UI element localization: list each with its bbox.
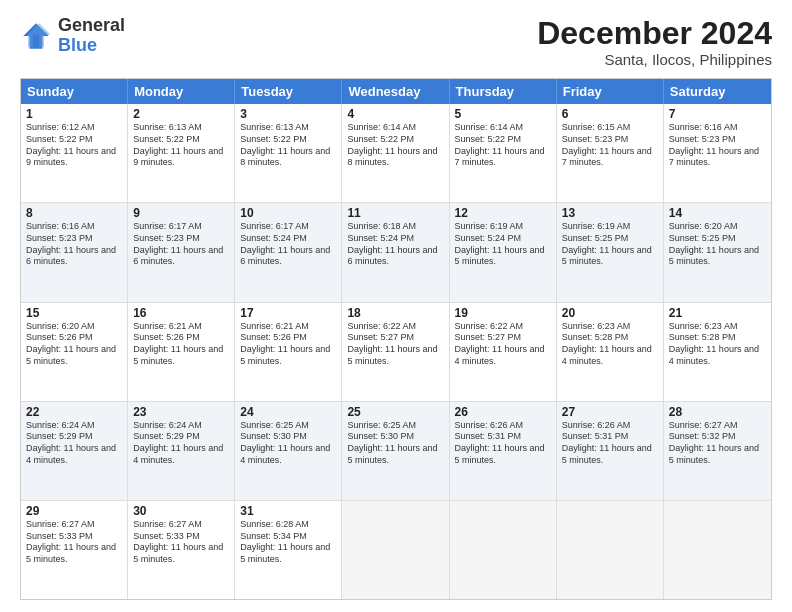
day-info: Sunrise: 6:22 AMSunset: 5:27 PMDaylight:… bbox=[455, 321, 551, 368]
day-info: Sunrise: 6:14 AMSunset: 5:22 PMDaylight:… bbox=[455, 122, 551, 169]
header-cell-tuesday: Tuesday bbox=[235, 79, 342, 104]
day-number: 28 bbox=[669, 405, 766, 419]
day-info: Sunrise: 6:16 AMSunset: 5:23 PMDaylight:… bbox=[669, 122, 766, 169]
calendar-cell-4-2: 31Sunrise: 6:28 AMSunset: 5:34 PMDayligh… bbox=[235, 501, 342, 599]
calendar-cell-0-3: 4Sunrise: 6:14 AMSunset: 5:22 PMDaylight… bbox=[342, 104, 449, 202]
calendar-cell-1-6: 14Sunrise: 6:20 AMSunset: 5:25 PMDayligh… bbox=[664, 203, 771, 301]
day-number: 20 bbox=[562, 306, 658, 320]
calendar-cell-4-0: 29Sunrise: 6:27 AMSunset: 5:33 PMDayligh… bbox=[21, 501, 128, 599]
day-number: 11 bbox=[347, 206, 443, 220]
day-info: Sunrise: 6:27 AMSunset: 5:33 PMDaylight:… bbox=[133, 519, 229, 566]
calendar: SundayMondayTuesdayWednesdayThursdayFrid… bbox=[20, 78, 772, 600]
calendar-row-3: 22Sunrise: 6:24 AMSunset: 5:29 PMDayligh… bbox=[21, 401, 771, 500]
calendar-cell-1-2: 10Sunrise: 6:17 AMSunset: 5:24 PMDayligh… bbox=[235, 203, 342, 301]
day-info: Sunrise: 6:12 AMSunset: 5:22 PMDaylight:… bbox=[26, 122, 122, 169]
day-number: 16 bbox=[133, 306, 229, 320]
day-info: Sunrise: 6:24 AMSunset: 5:29 PMDaylight:… bbox=[133, 420, 229, 467]
day-number: 14 bbox=[669, 206, 766, 220]
day-info: Sunrise: 6:21 AMSunset: 5:26 PMDaylight:… bbox=[133, 321, 229, 368]
header-cell-wednesday: Wednesday bbox=[342, 79, 449, 104]
calendar-cell-2-1: 16Sunrise: 6:21 AMSunset: 5:26 PMDayligh… bbox=[128, 303, 235, 401]
day-number: 22 bbox=[26, 405, 122, 419]
day-info: Sunrise: 6:20 AMSunset: 5:26 PMDaylight:… bbox=[26, 321, 122, 368]
calendar-cell-4-1: 30Sunrise: 6:27 AMSunset: 5:33 PMDayligh… bbox=[128, 501, 235, 599]
day-info: Sunrise: 6:17 AMSunset: 5:23 PMDaylight:… bbox=[133, 221, 229, 268]
day-number: 5 bbox=[455, 107, 551, 121]
location-title: Santa, Ilocos, Philippines bbox=[537, 51, 772, 68]
day-number: 21 bbox=[669, 306, 766, 320]
calendar-cell-2-4: 19Sunrise: 6:22 AMSunset: 5:27 PMDayligh… bbox=[450, 303, 557, 401]
calendar-row-1: 8Sunrise: 6:16 AMSunset: 5:23 PMDaylight… bbox=[21, 202, 771, 301]
calendar-cell-3-6: 28Sunrise: 6:27 AMSunset: 5:32 PMDayligh… bbox=[664, 402, 771, 500]
calendar-row-0: 1Sunrise: 6:12 AMSunset: 5:22 PMDaylight… bbox=[21, 104, 771, 202]
calendar-cell-0-2: 3Sunrise: 6:13 AMSunset: 5:22 PMDaylight… bbox=[235, 104, 342, 202]
day-info: Sunrise: 6:19 AMSunset: 5:24 PMDaylight:… bbox=[455, 221, 551, 268]
logo: General Blue bbox=[20, 16, 125, 56]
logo-general-text: General bbox=[58, 16, 125, 36]
calendar-cell-0-0: 1Sunrise: 6:12 AMSunset: 5:22 PMDaylight… bbox=[21, 104, 128, 202]
day-number: 18 bbox=[347, 306, 443, 320]
calendar-cell-0-4: 5Sunrise: 6:14 AMSunset: 5:22 PMDaylight… bbox=[450, 104, 557, 202]
logo-blue-text: Blue bbox=[58, 36, 125, 56]
calendar-cell-1-5: 13Sunrise: 6:19 AMSunset: 5:25 PMDayligh… bbox=[557, 203, 664, 301]
day-number: 24 bbox=[240, 405, 336, 419]
day-info: Sunrise: 6:17 AMSunset: 5:24 PMDaylight:… bbox=[240, 221, 336, 268]
calendar-cell-0-6: 7Sunrise: 6:16 AMSunset: 5:23 PMDaylight… bbox=[664, 104, 771, 202]
day-info: Sunrise: 6:26 AMSunset: 5:31 PMDaylight:… bbox=[562, 420, 658, 467]
day-info: Sunrise: 6:13 AMSunset: 5:22 PMDaylight:… bbox=[240, 122, 336, 169]
calendar-cell-2-0: 15Sunrise: 6:20 AMSunset: 5:26 PMDayligh… bbox=[21, 303, 128, 401]
day-number: 10 bbox=[240, 206, 336, 220]
day-number: 1 bbox=[26, 107, 122, 121]
day-number: 23 bbox=[133, 405, 229, 419]
day-number: 31 bbox=[240, 504, 336, 518]
title-block: December 2024 Santa, Ilocos, Philippines bbox=[537, 16, 772, 68]
day-info: Sunrise: 6:28 AMSunset: 5:34 PMDaylight:… bbox=[240, 519, 336, 566]
day-info: Sunrise: 6:21 AMSunset: 5:26 PMDaylight:… bbox=[240, 321, 336, 368]
calendar-cell-3-0: 22Sunrise: 6:24 AMSunset: 5:29 PMDayligh… bbox=[21, 402, 128, 500]
day-info: Sunrise: 6:15 AMSunset: 5:23 PMDaylight:… bbox=[562, 122, 658, 169]
day-info: Sunrise: 6:14 AMSunset: 5:22 PMDaylight:… bbox=[347, 122, 443, 169]
header-cell-sunday: Sunday bbox=[21, 79, 128, 104]
calendar-cell-1-3: 11Sunrise: 6:18 AMSunset: 5:24 PMDayligh… bbox=[342, 203, 449, 301]
day-number: 12 bbox=[455, 206, 551, 220]
day-number: 30 bbox=[133, 504, 229, 518]
day-number: 15 bbox=[26, 306, 122, 320]
day-info: Sunrise: 6:24 AMSunset: 5:29 PMDaylight:… bbox=[26, 420, 122, 467]
calendar-cell-4-3 bbox=[342, 501, 449, 599]
calendar-cell-1-1: 9Sunrise: 6:17 AMSunset: 5:23 PMDaylight… bbox=[128, 203, 235, 301]
day-info: Sunrise: 6:27 AMSunset: 5:33 PMDaylight:… bbox=[26, 519, 122, 566]
calendar-cell-1-4: 12Sunrise: 6:19 AMSunset: 5:24 PMDayligh… bbox=[450, 203, 557, 301]
day-info: Sunrise: 6:25 AMSunset: 5:30 PMDaylight:… bbox=[347, 420, 443, 467]
day-number: 17 bbox=[240, 306, 336, 320]
day-info: Sunrise: 6:22 AMSunset: 5:27 PMDaylight:… bbox=[347, 321, 443, 368]
calendar-cell-2-6: 21Sunrise: 6:23 AMSunset: 5:28 PMDayligh… bbox=[664, 303, 771, 401]
day-info: Sunrise: 6:23 AMSunset: 5:28 PMDaylight:… bbox=[669, 321, 766, 368]
day-info: Sunrise: 6:26 AMSunset: 5:31 PMDaylight:… bbox=[455, 420, 551, 467]
calendar-cell-3-4: 26Sunrise: 6:26 AMSunset: 5:31 PMDayligh… bbox=[450, 402, 557, 500]
day-number: 7 bbox=[669, 107, 766, 121]
day-info: Sunrise: 6:18 AMSunset: 5:24 PMDaylight:… bbox=[347, 221, 443, 268]
calendar-row-2: 15Sunrise: 6:20 AMSunset: 5:26 PMDayligh… bbox=[21, 302, 771, 401]
header-cell-thursday: Thursday bbox=[450, 79, 557, 104]
calendar-cell-3-3: 25Sunrise: 6:25 AMSunset: 5:30 PMDayligh… bbox=[342, 402, 449, 500]
logo-text: General Blue bbox=[58, 16, 125, 56]
calendar-cell-2-2: 17Sunrise: 6:21 AMSunset: 5:26 PMDayligh… bbox=[235, 303, 342, 401]
header-cell-saturday: Saturday bbox=[664, 79, 771, 104]
day-number: 25 bbox=[347, 405, 443, 419]
day-info: Sunrise: 6:25 AMSunset: 5:30 PMDaylight:… bbox=[240, 420, 336, 467]
calendar-cell-2-5: 20Sunrise: 6:23 AMSunset: 5:28 PMDayligh… bbox=[557, 303, 664, 401]
calendar-cell-4-5 bbox=[557, 501, 664, 599]
calendar-cell-0-5: 6Sunrise: 6:15 AMSunset: 5:23 PMDaylight… bbox=[557, 104, 664, 202]
day-number: 13 bbox=[562, 206, 658, 220]
day-number: 29 bbox=[26, 504, 122, 518]
day-info: Sunrise: 6:13 AMSunset: 5:22 PMDaylight:… bbox=[133, 122, 229, 169]
day-info: Sunrise: 6:27 AMSunset: 5:32 PMDaylight:… bbox=[669, 420, 766, 467]
page: General Blue December 2024 Santa, Ilocos… bbox=[0, 0, 792, 612]
day-number: 19 bbox=[455, 306, 551, 320]
calendar-body: 1Sunrise: 6:12 AMSunset: 5:22 PMDaylight… bbox=[21, 104, 771, 599]
calendar-row-4: 29Sunrise: 6:27 AMSunset: 5:33 PMDayligh… bbox=[21, 500, 771, 599]
day-info: Sunrise: 6:19 AMSunset: 5:25 PMDaylight:… bbox=[562, 221, 658, 268]
calendar-cell-4-6 bbox=[664, 501, 771, 599]
day-info: Sunrise: 6:20 AMSunset: 5:25 PMDaylight:… bbox=[669, 221, 766, 268]
day-number: 6 bbox=[562, 107, 658, 121]
